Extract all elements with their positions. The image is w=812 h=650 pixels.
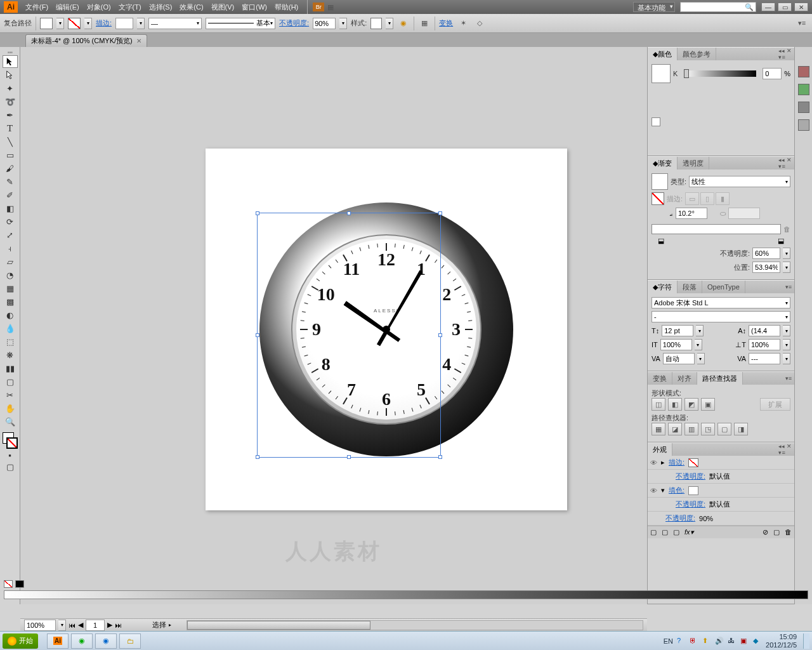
taskbar-explorer[interactable]: 🗀 <box>119 633 141 649</box>
unite-button[interactable]: ◫ <box>652 398 665 411</box>
stop-opacity-dd[interactable]: ▾ <box>783 248 790 259</box>
line-tool[interactable]: ╲ <box>3 135 18 148</box>
tray-network-icon[interactable]: 🖧 <box>728 637 737 646</box>
clear-icon[interactable]: ⊘ <box>763 528 768 536</box>
style-swatch[interactable] <box>370 18 382 29</box>
edit-clip-icon[interactable]: ◇ <box>473 17 486 30</box>
close-tab-icon[interactable]: ✕ <box>136 37 141 44</box>
stop-position-input[interactable] <box>752 262 780 273</box>
gradient-stop-left[interactable]: ⬓ <box>658 237 664 245</box>
scale-tool[interactable]: ⤢ <box>3 229 18 241</box>
taskbar-illustrator[interactable]: Ai <box>47 633 69 649</box>
tab-gradient[interactable]: ◆ 渐变 <box>648 157 678 169</box>
document-tab[interactable]: 未标题-4* @ 100% (CMYK/预览) ✕ <box>25 34 147 47</box>
tool-tearoff-grip[interactable]: ┅ <box>3 50 18 55</box>
leading-dd[interactable]: ▾ <box>783 325 790 336</box>
symbol-sprayer-tool[interactable]: ❋ <box>3 348 18 361</box>
nav-next-icon[interactable]: ▶ <box>107 621 112 629</box>
visibility-toggle-icon[interactable]: 👁 <box>650 459 657 467</box>
close-button[interactable]: ✕ <box>794 3 808 11</box>
screen-mode-tool[interactable]: ▢ <box>3 460 18 473</box>
mesh-tool[interactable]: ▩ <box>3 295 18 308</box>
magic-wand-tool[interactable]: ✦ <box>3 82 18 95</box>
new-art-icon[interactable]: ▢ <box>650 528 657 536</box>
tray-updates-icon[interactable]: ⬆ <box>702 637 711 646</box>
taskbar-app-3[interactable]: ◉ <box>95 633 117 649</box>
gradient-tool[interactable]: ◐ <box>3 308 18 321</box>
type-tool[interactable]: T <box>3 122 18 135</box>
font-size-dd[interactable]: ▾ <box>696 325 704 336</box>
stop-position-dd[interactable]: ▾ <box>783 262 790 273</box>
font-size-input[interactable] <box>662 325 693 336</box>
obj-opacity-link[interactable]: 不透明度: <box>665 514 695 523</box>
direct-selection-tool[interactable] <box>3 69 18 81</box>
tab-opentype[interactable]: OpenType <box>702 281 745 293</box>
vscale-input[interactable] <box>660 339 692 350</box>
canvas[interactable]: ALESSI 121234567891011 人人素材 <box>20 47 647 604</box>
kerning-input[interactable] <box>663 353 695 364</box>
hand-tool[interactable]: ✋ <box>3 402 18 415</box>
gradient-type-select[interactable]: 线性▾ <box>689 176 790 187</box>
dock-icon-2[interactable] <box>798 84 809 95</box>
artboard-tool[interactable]: ▢ <box>3 375 18 388</box>
rotate-tool[interactable]: ⟳ <box>3 215 18 228</box>
appearance-stroke-opacity-row[interactable]: 不透明度: 默认值 <box>648 470 794 484</box>
color-mode-color[interactable]: ▪ <box>3 451 18 460</box>
shape-builder-tool[interactable]: ◔ <box>3 269 18 281</box>
fill-link[interactable]: 填色: <box>669 486 684 495</box>
pen-tool[interactable]: ✒ <box>3 109 18 121</box>
fill-value-swatch[interactable] <box>688 486 698 495</box>
taskbar-clock[interactable]: 15:092012/12/5 <box>766 633 799 648</box>
controlbar-menu-icon[interactable]: ▾≡ <box>796 17 808 30</box>
zoom-tool[interactable]: 🔍 <box>3 415 18 428</box>
maximize-button[interactable]: ▭ <box>778 3 792 11</box>
lasso-tool[interactable]: ➰ <box>3 95 18 108</box>
selection-tool[interactable] <box>3 55 18 68</box>
stroke-dropdown[interactable]: ▾ <box>84 18 92 29</box>
opacity-input[interactable] <box>313 18 336 29</box>
minimize-button[interactable]: ― <box>761 3 775 11</box>
eraser-tool[interactable]: ◧ <box>3 202 18 215</box>
tray-volume-icon[interactable]: 🔊 <box>715 637 724 646</box>
gradient-stroke-swatch[interactable] <box>652 192 664 205</box>
recolor-icon[interactable]: ◉ <box>397 17 410 30</box>
tab-align[interactable]: 对齐 <box>672 372 697 385</box>
font-style-select[interactable]: -▾ <box>652 311 790 322</box>
profile-dropdown[interactable]: —▾ <box>148 18 202 29</box>
dock-icon-4[interactable] <box>798 119 809 131</box>
fill-swatch[interactable] <box>40 18 53 29</box>
isolate-icon[interactable]: ✶ <box>457 17 469 30</box>
appearance-fill-row[interactable]: 👁 ▾ 填色: <box>648 484 794 498</box>
lang-indicator[interactable]: EN <box>664 637 673 645</box>
align-icon[interactable]: ▦ <box>418 17 431 30</box>
leading-input[interactable] <box>749 325 780 336</box>
stop-opacity-input[interactable] <box>752 248 780 259</box>
graph-tool[interactable]: ▮▮ <box>3 362 18 375</box>
nav-last-icon[interactable]: ⏭ <box>115 621 122 629</box>
paintbrush-tool[interactable]: 🖌 <box>3 162 18 175</box>
opacity-link[interactable]: 不透明度: <box>279 18 309 28</box>
stroke-swatch[interactable] <box>68 18 81 29</box>
menu-type[interactable]: 文字(T) <box>115 3 145 12</box>
tab-color-guide[interactable]: 颜色参考 <box>678 48 716 60</box>
zoom-dd[interactable]: ▾ <box>58 620 66 631</box>
dock-icon-3[interactable] <box>798 102 809 113</box>
color-panel-menu[interactable]: ◂◂ ✕▾≡ <box>776 48 794 60</box>
stroke-panel-link[interactable]: 描边: <box>96 18 112 28</box>
tab-character[interactable]: ◆ 字符 <box>648 281 678 293</box>
stroke-value-swatch[interactable] <box>688 458 698 467</box>
bridge-icon[interactable]: Br <box>313 3 324 11</box>
menu-window[interactable]: 窗口(W) <box>238 3 271 12</box>
stroke-indicator[interactable] <box>6 437 18 449</box>
hscale-dd[interactable]: ▾ <box>783 339 790 350</box>
delete-icon[interactable]: 🗑 <box>785 528 792 536</box>
perspective-grid-tool[interactable]: ▦ <box>3 282 18 295</box>
char-panel-menu[interactable]: ▾≡ <box>783 284 794 290</box>
gradient-preview[interactable] <box>652 173 668 190</box>
eyedropper-tool[interactable]: 💧 <box>3 322 18 335</box>
horizontal-scrollbar[interactable] <box>187 620 643 630</box>
tray-help-icon[interactable]: ? <box>677 637 686 646</box>
tray-misc-icon[interactable]: ◆ <box>753 637 762 646</box>
add-stroke-icon[interactable]: ▢ <box>662 528 668 536</box>
color-current-swatch[interactable] <box>652 64 671 83</box>
